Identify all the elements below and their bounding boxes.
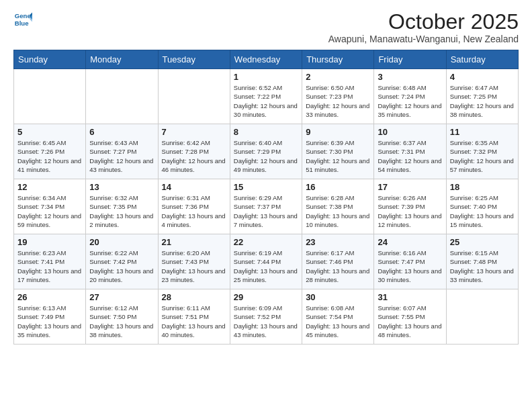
day-info: Sunrise: 6:47 AMSunset: 7:25 PMDaylight:… (450, 83, 515, 119)
col-wednesday: Wednesday (230, 50, 302, 69)
day-number: 28 (162, 292, 226, 302)
day-info: Sunrise: 6:19 AMSunset: 7:44 PMDaylight:… (234, 248, 298, 284)
day-number: 1 (234, 72, 298, 82)
day-info: Sunrise: 6:20 AMSunset: 7:43 PMDaylight:… (162, 248, 226, 284)
day-number: 16 (306, 182, 370, 192)
svg-text:Blue: Blue (15, 19, 29, 27)
calendar-week-row: 26Sunrise: 6:13 AMSunset: 7:49 PMDayligh… (14, 289, 519, 345)
day-number: 13 (89, 182, 154, 192)
table-row: 23Sunrise: 6:17 AMSunset: 7:46 PMDayligh… (302, 234, 374, 289)
day-info: Sunrise: 6:48 AMSunset: 7:24 PMDaylight:… (378, 83, 442, 119)
table-row: 3Sunrise: 6:48 AMSunset: 7:24 PMDaylight… (374, 69, 446, 124)
day-number: 25 (450, 237, 515, 247)
day-info: Sunrise: 6:34 AMSunset: 7:34 PMDaylight:… (17, 193, 82, 229)
day-number: 15 (234, 182, 298, 192)
day-info: Sunrise: 6:23 AMSunset: 7:41 PMDaylight:… (17, 248, 82, 284)
day-number: 8 (234, 127, 298, 137)
col-friday: Friday (374, 50, 446, 69)
calendar-week-row: 12Sunrise: 6:34 AMSunset: 7:34 PMDayligh… (14, 179, 519, 234)
table-row: 4Sunrise: 6:47 AMSunset: 7:25 PMDaylight… (446, 69, 518, 124)
table-row: 20Sunrise: 6:22 AMSunset: 7:42 PMDayligh… (86, 234, 158, 289)
table-row: 15Sunrise: 6:29 AMSunset: 7:37 PMDayligh… (230, 179, 302, 234)
day-info: Sunrise: 6:52 AMSunset: 7:22 PMDaylight:… (234, 83, 298, 119)
table-row (158, 69, 230, 124)
day-number: 29 (234, 292, 298, 302)
day-number: 31 (378, 292, 442, 302)
table-row: 13Sunrise: 6:32 AMSunset: 7:35 PMDayligh… (86, 179, 158, 234)
day-number: 7 (162, 127, 226, 137)
table-row: 31Sunrise: 6:07 AMSunset: 7:55 PMDayligh… (374, 289, 446, 345)
table-row: 30Sunrise: 6:08 AMSunset: 7:54 PMDayligh… (302, 289, 374, 345)
col-sunday: Sunday (14, 50, 86, 69)
day-info: Sunrise: 6:28 AMSunset: 7:38 PMDaylight:… (306, 193, 370, 229)
table-row: 16Sunrise: 6:28 AMSunset: 7:38 PMDayligh… (302, 179, 374, 234)
table-row: 26Sunrise: 6:13 AMSunset: 7:49 PMDayligh… (14, 289, 86, 345)
day-info: Sunrise: 6:22 AMSunset: 7:42 PMDaylight:… (89, 248, 154, 284)
table-row: 24Sunrise: 6:16 AMSunset: 7:47 PMDayligh… (374, 234, 446, 289)
calendar-table: Sunday Monday Tuesday Wednesday Thursday… (13, 50, 519, 345)
col-monday: Monday (86, 50, 158, 69)
table-row: 10Sunrise: 6:37 AMSunset: 7:31 PMDayligh… (374, 124, 446, 179)
day-info: Sunrise: 6:15 AMSunset: 7:48 PMDaylight:… (450, 248, 515, 284)
day-info: Sunrise: 6:40 AMSunset: 7:29 PMDaylight:… (234, 138, 298, 174)
day-number: 3 (378, 72, 442, 82)
day-info: Sunrise: 6:07 AMSunset: 7:55 PMDaylight:… (378, 304, 442, 339)
title-block: October 2025 Awapuni, Manawatu-Wanganui,… (328, 10, 519, 44)
table-row: 12Sunrise: 6:34 AMSunset: 7:34 PMDayligh… (14, 179, 86, 234)
day-number: 21 (162, 237, 226, 247)
table-row (14, 69, 86, 124)
day-number: 30 (306, 292, 370, 302)
col-saturday: Saturday (446, 50, 518, 69)
day-number: 19 (17, 237, 82, 247)
table-row: 7Sunrise: 6:42 AMSunset: 7:28 PMDaylight… (158, 124, 230, 179)
day-number: 4 (450, 72, 515, 82)
day-info: Sunrise: 6:09 AMSunset: 7:52 PMDaylight:… (234, 304, 298, 339)
calendar-week-row: 5Sunrise: 6:45 AMSunset: 7:26 PMDaylight… (14, 124, 519, 179)
day-info: Sunrise: 6:17 AMSunset: 7:46 PMDaylight:… (306, 248, 370, 284)
day-number: 17 (378, 182, 442, 192)
month-title: October 2025 (328, 10, 519, 34)
table-row: 17Sunrise: 6:26 AMSunset: 7:39 PMDayligh… (374, 179, 446, 234)
day-info: Sunrise: 6:13 AMSunset: 7:49 PMDaylight:… (17, 304, 82, 339)
day-info: Sunrise: 6:31 AMSunset: 7:36 PMDaylight:… (162, 193, 226, 229)
day-info: Sunrise: 6:37 AMSunset: 7:31 PMDaylight:… (378, 138, 442, 174)
col-tuesday: Tuesday (158, 50, 230, 69)
table-row: 8Sunrise: 6:40 AMSunset: 7:29 PMDaylight… (230, 124, 302, 179)
day-number: 20 (89, 237, 154, 247)
table-row: 14Sunrise: 6:31 AMSunset: 7:36 PMDayligh… (158, 179, 230, 234)
logo-icon: General Blue (13, 10, 32, 29)
day-number: 11 (450, 127, 515, 137)
day-number: 2 (306, 72, 370, 82)
table-row: 1Sunrise: 6:52 AMSunset: 7:22 PMDaylight… (230, 69, 302, 124)
day-number: 26 (17, 292, 82, 302)
day-number: 27 (89, 292, 154, 302)
table-row: 22Sunrise: 6:19 AMSunset: 7:44 PMDayligh… (230, 234, 302, 289)
day-number: 22 (234, 237, 298, 247)
subtitle: Awapuni, Manawatu-Wanganui, New Zealand (328, 34, 519, 44)
day-info: Sunrise: 6:50 AMSunset: 7:23 PMDaylight:… (306, 83, 370, 119)
day-number: 12 (17, 182, 82, 192)
day-info: Sunrise: 6:35 AMSunset: 7:32 PMDaylight:… (450, 138, 515, 174)
day-number: 23 (306, 237, 370, 247)
calendar-header-row: Sunday Monday Tuesday Wednesday Thursday… (14, 50, 519, 69)
day-info: Sunrise: 6:29 AMSunset: 7:37 PMDaylight:… (234, 193, 298, 229)
table-row: 6Sunrise: 6:43 AMSunset: 7:27 PMDaylight… (86, 124, 158, 179)
table-row: 2Sunrise: 6:50 AMSunset: 7:23 PMDaylight… (302, 69, 374, 124)
table-row: 19Sunrise: 6:23 AMSunset: 7:41 PMDayligh… (14, 234, 86, 289)
day-number: 10 (378, 127, 442, 137)
day-info: Sunrise: 6:08 AMSunset: 7:54 PMDaylight:… (306, 304, 370, 339)
calendar-week-row: 1Sunrise: 6:52 AMSunset: 7:22 PMDaylight… (14, 69, 519, 124)
day-info: Sunrise: 6:32 AMSunset: 7:35 PMDaylight:… (89, 193, 154, 229)
table-row: 11Sunrise: 6:35 AMSunset: 7:32 PMDayligh… (446, 124, 518, 179)
table-row: 21Sunrise: 6:20 AMSunset: 7:43 PMDayligh… (158, 234, 230, 289)
day-info: Sunrise: 6:39 AMSunset: 7:30 PMDaylight:… (306, 138, 370, 174)
page: General Blue General Blue October 2025 A… (0, 0, 532, 411)
col-thursday: Thursday (302, 50, 374, 69)
day-number: 6 (89, 127, 154, 137)
table-row (446, 289, 518, 345)
table-row: 28Sunrise: 6:11 AMSunset: 7:51 PMDayligh… (158, 289, 230, 345)
table-row: 5Sunrise: 6:45 AMSunset: 7:26 PMDaylight… (14, 124, 86, 179)
day-number: 5 (17, 127, 82, 137)
day-info: Sunrise: 6:43 AMSunset: 7:27 PMDaylight:… (89, 138, 154, 174)
day-number: 18 (450, 182, 515, 192)
